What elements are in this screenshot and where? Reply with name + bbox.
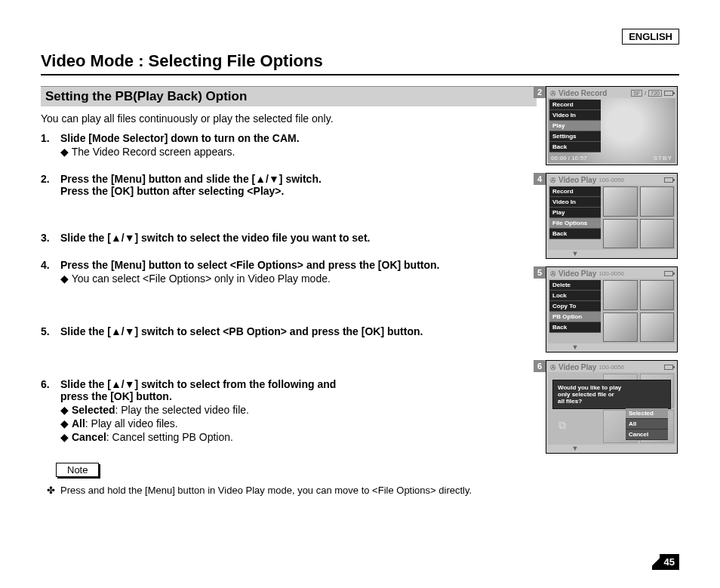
screen-4-block: 4 ✇ Video Play 100-0056 Record <box>546 173 679 259</box>
step-3-main: Slide the [▲/▼] switch to select the vid… <box>60 232 537 244</box>
menu-item: Video In <box>549 110 601 121</box>
screen-2-num: 2 <box>534 86 546 98</box>
screen-6-num: 6 <box>534 360 546 372</box>
screen-2-body: RecordVideo InPlaySettingsBack 00:00 / 1… <box>548 98 675 163</box>
thumb <box>603 312 638 343</box>
thumb <box>603 186 638 217</box>
copy-icon: ⧉ <box>558 419 566 432</box>
screen-5: ✇ Video Play 100-0056 DeleteLockCopy ToP… <box>546 266 678 352</box>
screen-5-block: 5 ✇ Video Play 100-0056 Delete <box>546 266 679 352</box>
screen-6-file: 100-0056 <box>598 364 624 371</box>
camera-icon: ✇ <box>550 177 556 184</box>
screen-4-title: Video Play <box>558 176 596 184</box>
dialog-option: All <box>626 419 668 429</box>
screen-4-body: RecordVideo InPlayFile OptionsBack <box>548 185 675 250</box>
screen-2-title: Video Record <box>558 89 607 97</box>
battery-icon <box>664 91 673 96</box>
menu-item: Delete <box>549 280 601 291</box>
menu-item: Play <box>549 121 601 131</box>
screen-4-file: 100-0056 <box>598 177 624 183</box>
screen-6-body: Would you like to play only selected fil… <box>548 372 675 445</box>
right-column: 2 ✇ Video Record SF / 720 RecordVideo In… <box>546 86 679 496</box>
dialog-option: Selected <box>626 408 668 419</box>
step-2: Press the [Menu] button and slide the [▲… <box>41 173 537 197</box>
menu-item: Lock <box>549 291 601 301</box>
screen-4-num: 4 <box>534 173 546 185</box>
screen-6-title: Video Play <box>558 363 596 371</box>
menu-item: Back <box>549 142 601 152</box>
thumb <box>603 280 638 310</box>
dialog-line-3: all files? <box>558 398 666 405</box>
step-1: Slide [Mode Selector] down to turn on th… <box>41 132 537 158</box>
screen-5-num: 5 <box>534 266 546 279</box>
screen-2: ✇ Video Record SF / 720 RecordVideo InPl… <box>546 86 678 165</box>
screen-5-title: Video Play <box>558 269 596 278</box>
step-6: Slide the [▲/▼] switch to select from th… <box>41 378 537 443</box>
content-area: Setting the PB(Play Back) Option You can… <box>41 86 679 496</box>
screen-5-thumbs <box>603 280 674 342</box>
screen-6-dialog: Would you like to play only selected fil… <box>552 380 671 409</box>
thumb <box>603 219 638 249</box>
step-1-main: Slide [Mode Selector] down to turn on th… <box>60 132 537 144</box>
dialog-option: Cancel <box>626 429 668 440</box>
section-header: Setting the PB(Play Back) Option <box>41 86 537 106</box>
menu-item: Play <box>549 208 601 218</box>
step-1-sub: The Video Record screen appears. <box>60 146 537 158</box>
menu-item: Video In <box>549 197 601 208</box>
step-4-sub: You can select <File Options> only in Vi… <box>60 272 537 285</box>
camera-icon: ✇ <box>550 90 556 97</box>
screen-2-time: 00:00 / 10:57 <box>551 155 587 162</box>
screen-5-menu: DeleteLockCopy ToPB OptionBack <box>549 280 601 333</box>
step-6-bullet-3: Cancel: Cancel setting PB Option. <box>60 431 537 443</box>
screen-6-options: SelectedAllCancel <box>626 408 668 440</box>
screen-6: ✇ Video Play 100-0056 Would you like to … <box>546 360 678 454</box>
step-6-line1: Slide the [▲/▼] switch to select from th… <box>60 378 537 390</box>
screen-2-menu: RecordVideo InPlaySettingsBack <box>549 100 601 152</box>
screen-2-badge-720: 720 <box>648 90 662 97</box>
page-title: Video Mode : Selecting File Options <box>41 51 679 75</box>
screen-5-file: 100-0056 <box>598 270 624 277</box>
screen-2-badge-sf: SF <box>631 90 642 97</box>
screen-6-header: ✇ Video Play 100-0056 <box>548 362 675 372</box>
screen-2-status: STBY <box>654 155 672 162</box>
step-5: Slide the [▲/▼] switch to select <PB Opt… <box>41 325 537 337</box>
step-4: Press the [Menu] button to select <File … <box>41 259 537 285</box>
menu-item: Back <box>549 229 601 239</box>
dialog-line-2: only selected file or <box>558 391 666 398</box>
screen-4-header: ✇ Video Play 100-0056 <box>548 175 675 185</box>
page-number: 45 <box>660 554 679 570</box>
intro-text: You can play all files continuously or p… <box>41 112 537 125</box>
screen-4-menu: RecordVideo InPlayFile OptionsBack <box>549 186 601 239</box>
thumb <box>640 280 675 310</box>
screen-2-header: ✇ Video Record SF / 720 <box>548 88 675 98</box>
camera-icon: ✇ <box>550 364 556 371</box>
chevron-down-icon: ▼ <box>571 344 580 350</box>
camera-icon: ✇ <box>550 270 556 278</box>
step-6-bullet-1: Selected: Play the selected video file. <box>60 404 537 416</box>
menu-item: PB Option <box>549 312 601 322</box>
menu-item: Record <box>549 186 601 197</box>
thumb <box>640 219 675 249</box>
battery-icon <box>664 177 673 183</box>
chevron-down-icon: ▼ <box>571 445 580 451</box>
screen-6-block: 6 ✇ Video Play 100-0056 <box>546 360 679 454</box>
screen-2-timebar: 00:00 / 10:57 STBY <box>551 155 672 162</box>
screen-4: ✇ Video Play 100-0056 RecordVideo InPlay… <box>546 173 678 259</box>
thumb <box>640 186 675 217</box>
screen-5-header: ✇ Video Play 100-0056 <box>548 269 675 279</box>
step-4-main: Press the [Menu] button to select <File … <box>60 259 537 271</box>
menu-item: File Options <box>549 218 601 229</box>
steps-list: Slide [Mode Selector] down to turn on th… <box>41 132 537 443</box>
screen-2-badge-sep: / <box>645 90 646 97</box>
note-label-box: Note <box>56 463 99 477</box>
dialog-line-1: Would you like to play <box>558 384 666 391</box>
menu-item: Back <box>549 322 601 333</box>
step-6-line2: press the [OK] button. <box>60 390 537 402</box>
battery-icon <box>664 271 673 276</box>
menu-item: Copy To <box>549 301 601 312</box>
chevron-down-icon: ▼ <box>571 251 580 257</box>
menu-item: Record <box>549 100 601 110</box>
step-3: Slide the [▲/▼] switch to select the vid… <box>41 232 537 244</box>
screen-2-block: 2 ✇ Video Record SF / 720 RecordVideo In… <box>546 86 679 165</box>
step-2-line2: Press the [OK] button after selecting <P… <box>60 185 537 197</box>
